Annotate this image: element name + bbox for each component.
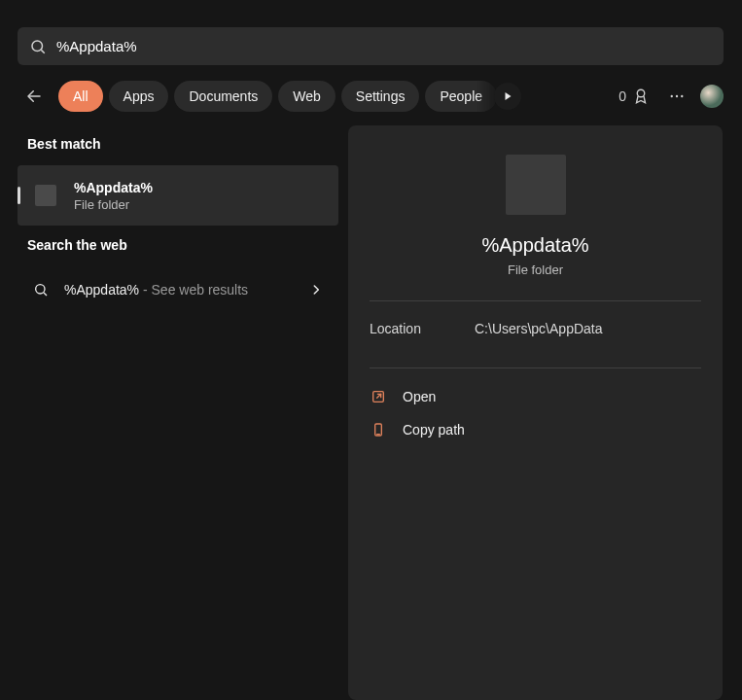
- open-action[interactable]: Open: [370, 380, 701, 413]
- avatar[interactable]: [700, 85, 724, 108]
- chevron-right-icon: [309, 283, 323, 297]
- divider: [370, 300, 701, 301]
- web-query: %Appdata%: [64, 282, 139, 298]
- svg-line-1: [41, 50, 44, 52]
- svg-point-8: [36, 285, 45, 294]
- copy-icon: [370, 421, 387, 438]
- open-icon: [370, 388, 387, 405]
- location-value: C:\Users\pc\AppData: [475, 321, 603, 336]
- section-best-match: Best match: [27, 136, 329, 152]
- search-icon: [29, 38, 47, 55]
- best-match-result[interactable]: %Appdata% File folder: [18, 165, 338, 226]
- folder-icon: [506, 155, 566, 215]
- svg-point-5: [671, 95, 673, 97]
- location-row: Location C:\Users\pc\AppData: [370, 313, 701, 344]
- location-label: Location: [370, 321, 475, 336]
- open-label: Open: [403, 389, 436, 404]
- copy-path-label: Copy path: [403, 422, 465, 438]
- section-search-web: Search the web: [27, 237, 329, 253]
- result-title: %Appdata%: [74, 180, 153, 195]
- web-result[interactable]: %Appdata% - See web results: [18, 266, 338, 313]
- filter-pills: All Apps Documents Web Settings People F…: [58, 80, 506, 113]
- detail-subtitle: File folder: [370, 262, 701, 277]
- divider: [370, 368, 701, 368]
- folder-icon: [35, 185, 56, 206]
- selection-indicator: [18, 187, 20, 204]
- svg-marker-3: [506, 92, 512, 100]
- svg-point-7: [681, 95, 683, 97]
- filter-pill-all[interactable]: All: [58, 81, 103, 112]
- filter-pill-settings[interactable]: Settings: [341, 81, 420, 112]
- svg-point-4: [637, 89, 645, 97]
- svg-line-9: [44, 293, 47, 296]
- search-bar[interactable]: [18, 27, 724, 65]
- result-subtitle: File folder: [74, 197, 153, 212]
- svg-point-6: [676, 95, 678, 97]
- rewards-count: 0: [618, 88, 626, 104]
- search-input[interactable]: [56, 38, 712, 54]
- svg-point-0: [32, 41, 43, 52]
- back-button[interactable]: [18, 80, 51, 113]
- detail-title: %Appdata%: [370, 234, 701, 257]
- web-suffix: - See web results: [139, 282, 248, 298]
- filter-pill-web[interactable]: Web: [278, 81, 336, 112]
- filter-pill-people[interactable]: People: [425, 81, 497, 112]
- scroll-right-button[interactable]: [494, 83, 521, 110]
- search-icon: [33, 282, 49, 298]
- detail-panel: %Appdata% File folder Location C:\Users\…: [348, 125, 723, 700]
- filter-row: All Apps Documents Web Settings People F…: [18, 80, 724, 113]
- filter-pill-apps[interactable]: Apps: [109, 81, 169, 112]
- results-column: Best match %Appdata% File folder Search …: [18, 126, 338, 313]
- filter-pill-documents[interactable]: Documents: [174, 81, 272, 112]
- rewards-button[interactable]: 0: [613, 80, 655, 113]
- copy-path-action[interactable]: Copy path: [370, 413, 701, 446]
- more-button[interactable]: [663, 83, 690, 110]
- rewards-icon: [632, 88, 650, 105]
